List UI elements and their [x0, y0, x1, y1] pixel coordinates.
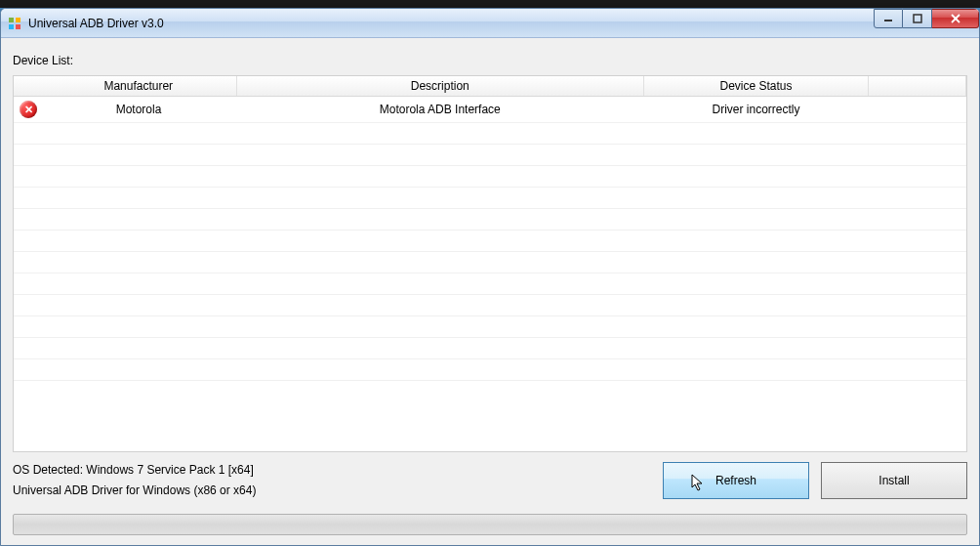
refresh-button-label: Refresh [715, 474, 756, 487]
driver-info-label: Universal ADB Driver for Windows (x86 or… [13, 481, 651, 502]
header-manufacturer[interactable]: Manufacturer [41, 76, 236, 97]
table-row [14, 209, 966, 231]
device-list-label: Device List: [13, 54, 967, 67]
table-row [14, 316, 966, 338]
table-row [14, 123, 966, 145]
os-detected-label: OS Detected: Windows 7 Service Pack 1 [x… [13, 460, 651, 482]
header-status-icon[interactable] [14, 76, 41, 97]
taskbar-remnant [0, 0, 980, 8]
window-content: Device List: Manufacturer Description De… [1, 38, 979, 545]
svg-rect-2 [9, 24, 14, 29]
minimize-button[interactable] [874, 9, 903, 28]
progress-bar [13, 514, 967, 535]
footer-text: OS Detected: Windows 7 Service Pack 1 [x… [13, 460, 651, 502]
table-row [14, 359, 966, 381]
header-description[interactable]: Description [236, 76, 644, 97]
svg-rect-3 [16, 24, 20, 29]
cell-status-icon: ✕ [14, 97, 41, 123]
table-row [14, 166, 966, 188]
table-row[interactable]: ✕ Motorola Motorola ADB Interface Driver… [14, 97, 966, 123]
cell-device-status: Driver incorrectly [644, 97, 869, 123]
install-button-label: Install [878, 474, 909, 487]
header-device-status[interactable]: Device Status [644, 76, 869, 97]
device-table-container: Manufacturer Description Device Status ✕… [13, 75, 967, 452]
table-row [14, 338, 966, 359]
cell-end [869, 97, 966, 123]
table-row [14, 273, 966, 295]
table-row [14, 295, 966, 316]
error-icon: ✕ [20, 101, 37, 118]
table-row [14, 231, 966, 252]
titlebar[interactable]: Universal ADB Driver v3.0 [1, 9, 979, 38]
close-button[interactable] [932, 9, 979, 28]
svg-rect-1 [16, 18, 20, 22]
window-title: Universal ADB Driver v3.0 [28, 17, 973, 30]
svg-rect-5 [914, 15, 921, 22]
header-end[interactable] [869, 76, 966, 97]
application-window: Universal ADB Driver v3.0 Device List: [0, 8, 980, 546]
cursor-icon [691, 474, 705, 491]
device-table: Manufacturer Description Device Status ✕… [14, 76, 966, 381]
install-button[interactable]: Install [821, 462, 967, 499]
table-header-row: Manufacturer Description Device Status [14, 76, 966, 97]
footer-area: OS Detected: Windows 7 Service Pack 1 [x… [13, 452, 967, 508]
cell-description: Motorola ADB Interface [236, 97, 644, 123]
table-row [14, 188, 966, 209]
svg-rect-0 [9, 18, 14, 22]
cell-manufacturer: Motorola [41, 97, 236, 123]
app-icon [7, 16, 22, 31]
maximize-button[interactable] [903, 9, 932, 28]
table-row [14, 145, 966, 166]
refresh-button[interactable]: Refresh [663, 462, 809, 499]
table-row [14, 252, 966, 273]
window-controls [874, 9, 979, 28]
